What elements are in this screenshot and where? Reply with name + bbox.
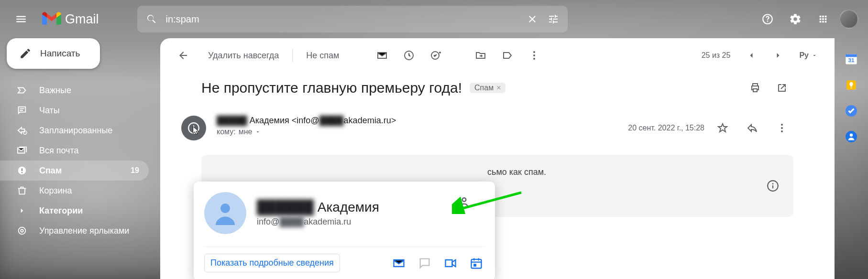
print-button[interactable] xyxy=(744,76,767,99)
recipient-row[interactable]: кому: мне xyxy=(217,128,628,136)
svg-point-7 xyxy=(533,51,535,53)
tune-icon xyxy=(548,13,559,25)
not-spam-button[interactable]: Не спам xyxy=(297,44,349,67)
sidebar-item-allmail[interactable]: Вся почта xyxy=(0,140,149,161)
sidebar-item-spam[interactable]: Спам 19 xyxy=(0,161,149,181)
search-icon[interactable] xyxy=(145,12,158,26)
task-icon xyxy=(430,50,441,61)
star-button[interactable] xyxy=(711,117,734,140)
sidebar-item-labels[interactable]: Управление ярлыками xyxy=(0,221,149,241)
add-task-button[interactable] xyxy=(424,44,447,67)
video-call-button[interactable] xyxy=(442,255,459,271)
contact-avatar xyxy=(204,192,246,234)
message-date: 20 сент. 2022 г., 15:28 xyxy=(628,124,704,132)
contacts-icon xyxy=(845,130,857,143)
svg-point-18 xyxy=(462,198,466,202)
message-toolbar: Удалить навсегда Не спам 25 из 25 Ру xyxy=(160,38,835,73)
label-icon xyxy=(502,50,513,61)
svg-point-17 xyxy=(220,204,230,213)
schedule-event-button[interactable] xyxy=(468,255,484,271)
account-avatar[interactable] xyxy=(839,10,858,29)
sidebar-item-important[interactable]: Важные xyxy=(0,80,149,100)
person-icon xyxy=(211,199,240,227)
chevron-right-icon xyxy=(773,51,783,60)
chat-icon xyxy=(16,105,28,116)
sidebar-item-label: Спам xyxy=(39,166,62,176)
trash-icon xyxy=(16,185,28,196)
send-email-button[interactable] xyxy=(391,255,407,271)
delete-forever-button[interactable]: Удалить навсегда xyxy=(198,44,288,67)
search-options-button[interactable] xyxy=(547,12,560,26)
input-method-label: Ру xyxy=(799,51,809,60)
gmail-label: Gmail xyxy=(65,12,99,27)
sender-row: █████ Академия <info@████akademia.ru> ко… xyxy=(160,99,835,140)
back-button[interactable] xyxy=(172,44,195,67)
remove-label-button[interactable]: × xyxy=(496,84,501,92)
snooze-button[interactable] xyxy=(397,44,420,67)
open-external-icon xyxy=(776,82,788,94)
banner-info-button[interactable] xyxy=(763,176,783,196)
add-contact-button[interactable] xyxy=(456,195,471,210)
svg-point-28 xyxy=(850,134,853,137)
banner-text: сьмо как спам. xyxy=(487,167,546,177)
sidebar-item-chats[interactable]: Чаты xyxy=(0,100,149,120)
svg-text:31: 31 xyxy=(848,57,855,63)
main-pane: Удалить навсегда Не спам 25 из 25 Ру Не … xyxy=(160,38,835,279)
mail-icon xyxy=(376,50,388,61)
sender-avatar[interactable] xyxy=(181,116,206,140)
clock-icon xyxy=(403,50,415,61)
settings-button[interactable] xyxy=(784,8,807,31)
compose-button[interactable]: Написать xyxy=(7,38,100,69)
labels-button[interactable] xyxy=(496,44,519,67)
next-message-button[interactable] xyxy=(767,44,790,67)
keep-app-button[interactable] xyxy=(845,78,858,92)
reply-button[interactable] xyxy=(741,117,764,140)
svg-rect-19 xyxy=(472,259,482,268)
svg-point-8 xyxy=(533,54,535,56)
mail-icon xyxy=(392,257,406,270)
sidebar-item-label: Важные xyxy=(39,86,71,96)
chat-icon xyxy=(418,257,431,270)
search-input[interactable] xyxy=(166,14,518,25)
more-button[interactable] xyxy=(523,44,546,67)
message-more-button[interactable] xyxy=(770,117,793,140)
video-icon xyxy=(444,257,457,270)
show-details-link[interactable]: Показать подробные сведения xyxy=(204,254,340,272)
contacts-app-button[interactable] xyxy=(845,130,858,143)
gmail-icon xyxy=(42,12,61,26)
mark-unread-button[interactable] xyxy=(371,44,394,67)
clear-search-button[interactable] xyxy=(526,12,539,26)
open-new-window-button[interactable] xyxy=(770,76,793,99)
input-method-button[interactable]: Ру xyxy=(793,51,823,60)
more-vert-icon xyxy=(776,122,788,134)
help-icon xyxy=(761,13,774,25)
tasks-app-button[interactable] xyxy=(845,104,858,118)
calendar-app-button[interactable]: 31 xyxy=(845,53,858,66)
sidebar-item-trash[interactable]: Корзина xyxy=(0,181,149,201)
chat-button[interactable] xyxy=(417,255,433,271)
main-menu-button[interactable] xyxy=(10,8,33,31)
calendar-icon: 31 xyxy=(845,53,858,66)
search-bar[interactable] xyxy=(137,6,568,32)
more-vert-icon xyxy=(528,50,540,61)
spam-icon xyxy=(16,165,28,176)
sidebar-item-categories[interactable]: Категории xyxy=(0,201,149,221)
svg-point-11 xyxy=(193,130,195,131)
gmail-logo[interactable]: Gmail xyxy=(42,12,99,27)
support-button[interactable] xyxy=(756,8,779,31)
sidebar-item-label: Чаты xyxy=(39,106,60,116)
chevron-down-icon xyxy=(255,129,261,135)
move-to-button[interactable] xyxy=(469,44,492,67)
prev-message-button[interactable] xyxy=(740,44,763,67)
close-icon xyxy=(527,13,538,25)
apps-button[interactable] xyxy=(812,8,835,31)
sidebar-item-scheduled[interactable]: Запланированные xyxy=(0,120,149,140)
calendar-icon xyxy=(470,257,483,270)
svg-point-2 xyxy=(22,172,22,173)
info-icon xyxy=(767,180,779,192)
spam-label-chip[interactable]: Спам × xyxy=(470,83,505,93)
message-meta: 20 сент. 2022 г., 15:28 xyxy=(628,116,793,140)
allmail-icon xyxy=(16,145,28,156)
contact-email: info@████akademia.ru xyxy=(257,217,379,227)
scheduled-icon xyxy=(16,125,28,136)
